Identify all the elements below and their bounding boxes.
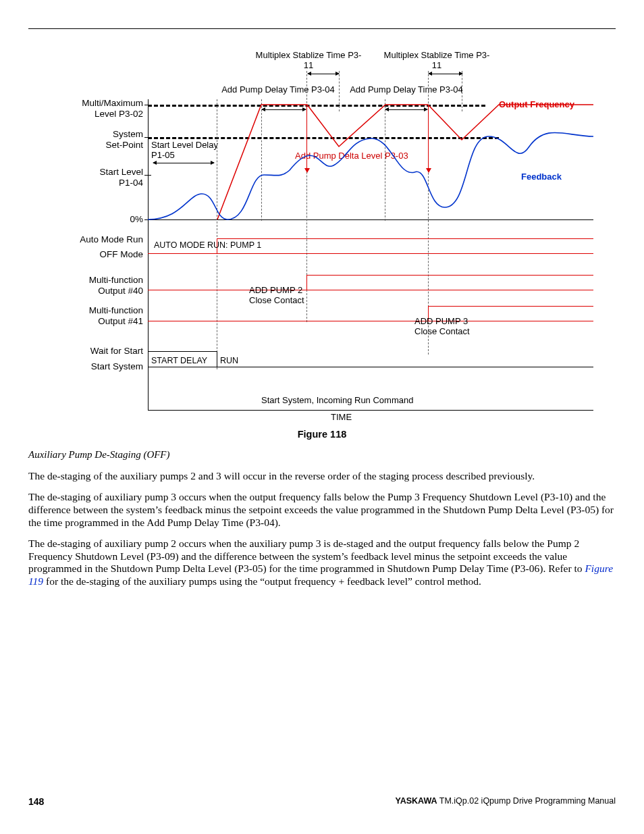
footer-brand: YASKAWA [395, 796, 437, 806]
mf41-high [428, 306, 593, 307]
xaxis-label: TIME [331, 412, 352, 422]
ylabel-wait-for-start: Wait for Start [28, 346, 143, 357]
ylabel-off-mode: OFF Mode [28, 249, 143, 260]
label-apdt-2: Add Pump Delay Time P3-04 [349, 84, 464, 95]
label-mst-1: Multiplex Stablize Time P3-11 [251, 50, 366, 70]
ylabel-setpoint: System Set-Point [28, 129, 143, 150]
page-footer: 148 YASKAWA TM.iQp.02 iQpump Drive Progr… [28, 796, 616, 807]
feedback-curve [148, 99, 593, 234]
startstate-drop [217, 351, 217, 367]
figure-118: Multiplex Stablize Time P3-11 Multiplex … [28, 45, 616, 423]
label-apdt-1: Add Pump Delay Time P3-04 [221, 84, 336, 95]
ylabel-multi-max: Multi/Maximum Level P3-02 [28, 98, 143, 119]
top-rule [28, 28, 616, 29]
footer-title: TM.iQp.02 iQpump Drive Programming Manua… [439, 796, 616, 806]
ylabel-mf40: Multi-function Output #40 [28, 275, 143, 296]
ylabel-mf41: Multi-function Output #41 [28, 305, 143, 326]
label-add-pump3: ADD PUMP 3 Close Contact [414, 317, 470, 337]
ylabel-start-level: Start Level P1-04 [28, 167, 143, 188]
label-add-pump2: ADD PUMP 2 Close Contact [249, 286, 304, 306]
page-number: 148 [28, 796, 44, 807]
label-auto-mode-run-pump1: AUTO MODE RUN: PUMP 1 [154, 240, 261, 250]
auto-mode-baseline [148, 253, 593, 254]
body-paragraph-3: The de-staging of auxiliary pump 2 occur… [28, 538, 616, 589]
body-paragraph-3a: The de-staging of auxiliary pump 2 occur… [28, 538, 585, 575]
subheading: Auxiliary Pump De-Staging (OFF) [28, 449, 616, 461]
label-mst-2: Multiplex Stablize Time P3-11 [379, 50, 494, 70]
label-run: RUN [220, 356, 238, 365]
body-paragraph-3b: for the de-staging of the auxiliary pump… [46, 575, 481, 587]
body-paragraph-1: The de-staging of the auxiliary pumps 2 … [28, 470, 616, 483]
mf40-high [306, 275, 593, 276]
auto-mode-high [217, 238, 593, 239]
mf40-rise [306, 275, 307, 290]
ylabel-zero: 0% [28, 214, 143, 225]
mf41-baseline [148, 321, 593, 321]
label-start-delay: START DELAY [151, 356, 207, 365]
mf40-baseline [148, 290, 593, 290]
ylabel-auto-mode-run: Auto Mode Run [28, 234, 143, 245]
ylabel-start-system: Start System [28, 361, 143, 372]
figure-caption: Figure 118 [28, 429, 616, 440]
body-paragraph-2: The de-staging of auxiliary pump 3 occur… [28, 491, 616, 529]
startstate-baseline [148, 367, 593, 367]
label-start-system: Start System, Incoming Run Command [261, 395, 413, 405]
dim-mst-2 [429, 74, 462, 74]
startstate-wait [148, 351, 217, 352]
footer-pub: YASKAWA TM.iQp.02 iQpump Drive Programmi… [395, 796, 616, 806]
dim-mst-1 [308, 74, 339, 74]
x-axis [148, 410, 593, 411]
